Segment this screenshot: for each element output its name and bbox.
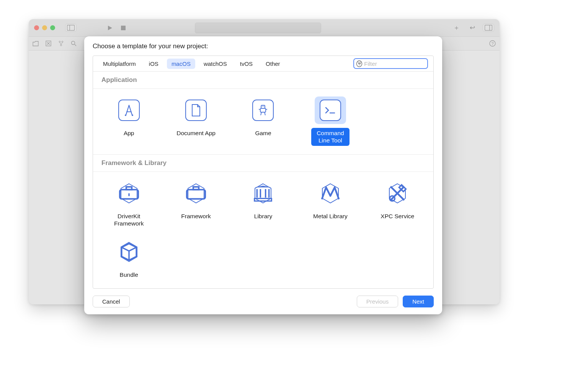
template-label: Library [249,211,278,221]
svg-rect-18 [260,108,266,112]
svg-point-17 [263,106,264,107]
tab-tvos[interactable]: tvOS [235,59,257,69]
driverkit-icon [118,182,140,204]
previous-button[interactable]: Previous [357,296,398,307]
svg-line-20 [265,112,265,115]
template-label: Game [250,128,276,138]
framework-grid: DriverKit Framework Framework Library [93,172,433,288]
document-icon [185,100,207,121]
template-library[interactable]: Library [230,178,297,230]
tab-other[interactable]: Other [261,59,285,69]
template-label: Command Line Tool [311,128,350,146]
bundle-icon [118,241,140,263]
sheet-footer: Cancel Previous Next [84,289,442,307]
template-label: Framework [176,211,216,221]
template-game[interactable]: Game [230,95,297,147]
template-metal-library[interactable]: Metal Library [297,178,364,230]
section-framework-title: Framework & Library [93,154,433,172]
tab-ios[interactable]: iOS [144,59,163,69]
template-framework[interactable]: Framework [162,178,229,230]
template-app[interactable]: App [95,95,162,147]
svg-rect-33 [255,198,272,201]
svg-line-19 [261,112,261,115]
svg-rect-28 [193,187,199,190]
template-driverkit-framework[interactable]: DriverKit Framework [95,178,162,230]
template-label: Bundle [114,270,144,280]
sheet-title: Choose a template for your new project: [84,36,442,56]
svg-rect-15 [261,105,265,108]
tab-watchos[interactable]: watchOS [199,59,232,69]
new-project-sheet: Choose a template for your new project: … [84,36,442,314]
template-label: Document App [171,128,221,138]
template-command-line-tool[interactable]: Command Line Tool [297,95,364,147]
app-icon [118,100,140,121]
svg-rect-25 [126,187,132,190]
template-label: Metal Library [308,211,353,221]
tab-multiplatform[interactable]: Multiplatform [98,59,140,69]
application-grid: App Document App Game Command Line Tool [93,89,433,154]
filter-icon [356,60,362,67]
svg-rect-27 [187,190,205,199]
cancel-button[interactable]: Cancel [93,296,130,307]
xpc-icon [386,182,408,204]
svg-point-16 [262,106,263,107]
filter-input[interactable] [364,60,425,67]
next-button[interactable]: Next [403,296,434,307]
metal-icon [319,182,341,204]
template-label: XPC Service [375,211,420,221]
template-document-app[interactable]: Document App [162,95,229,147]
terminal-icon [320,100,341,121]
filter-field[interactable] [353,58,428,69]
tab-macos[interactable]: macOS [167,59,195,69]
svg-point-14 [132,114,133,116]
library-icon [252,182,274,204]
template-xpc-service[interactable]: XPC Service [364,178,431,230]
section-application-title: Application [93,72,433,89]
game-icon [252,100,274,121]
template-bundle[interactable]: Bundle [95,237,162,281]
platform-tabs: Multiplatform iOS macOS watchOS tvOS Oth… [93,56,433,72]
template-label: App [118,128,140,138]
svg-point-13 [125,114,126,116]
framework-icon [185,182,207,204]
template-label: DriverKit Framework [109,211,149,229]
